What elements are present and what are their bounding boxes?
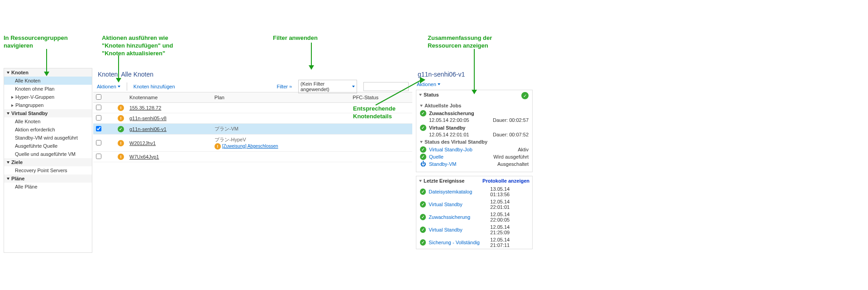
nav-item-vs-alle-knoten[interactable]: Alle Knoten [4, 117, 92, 126]
vs-key: Quelle [429, 154, 444, 160]
caret-down-icon [420, 141, 423, 143]
caret-down-icon [438, 83, 440, 85]
event-row[interactable]: ✓Dateisystemkatalog13.05.14 01:13:56 [416, 185, 532, 198]
status-icon: ! [118, 140, 124, 146]
job-name: Zuwachssicherung [429, 111, 474, 116]
warning-icon: ! [215, 143, 221, 150]
select-all-checkbox[interactable] [96, 94, 101, 100]
nav-tree: Knoten Alle Knoten Knoten ohne Plan Hype… [4, 68, 92, 253]
check-icon: ✓ [420, 239, 426, 246]
row-checkbox[interactable] [96, 154, 101, 159]
check-icon: ✓ [420, 214, 426, 220]
nav-item-knoten-ohne-plan[interactable]: Knoten ohne Plan [4, 85, 92, 93]
nav-group-plaene[interactable]: Pläne [4, 174, 92, 183]
view-logs-link[interactable]: Protokolle anzeigen [482, 178, 529, 184]
check-icon: ✓ [521, 92, 529, 99]
check-icon: ✓ [420, 201, 426, 208]
event-row[interactable]: ✓Sicherung - Vollständig12.05.14 21:07:1… [416, 236, 532, 249]
node-link[interactable]: g11n-senhi06-v1 [129, 126, 167, 132]
svg-marker-3 [116, 78, 121, 82]
actions-button[interactable]: Aktionen [97, 84, 120, 89]
nav-item-quelle-und-vm[interactable]: Quelle und ausgeführte VM [4, 150, 92, 158]
nav-item-plangruppen[interactable]: Plangruppen [4, 101, 92, 109]
caret-right-icon [11, 96, 14, 99]
status-panel: ✓ Status Aktuellste Jobs ✓Zuwachssicheru… [416, 90, 533, 172]
annotation-details: Entsprechende Knotendetails [353, 105, 396, 121]
check-icon: ✓ [420, 188, 426, 195]
nav-group-virtual-standby[interactable]: Virtual Standby [4, 109, 92, 117]
annotation-nav: In Ressourcengruppen navigieren [4, 34, 68, 50]
caret-down-icon [118, 86, 120, 87]
status-icon: ✓ [118, 126, 124, 132]
status-icon: ! [118, 115, 124, 121]
add-node-button[interactable]: Knoten hinzufügen [134, 84, 175, 89]
row-checkbox[interactable] [96, 115, 101, 121]
arrow-summary-icon [471, 49, 478, 94]
nav-item-aktion-erforderlich[interactable]: Aktion erforderlich [4, 126, 92, 134]
vs-value: Wird ausgeführt [493, 154, 529, 160]
vs-value: Aktiv [518, 147, 529, 152]
caret-right-icon [11, 104, 14, 107]
row-checkbox[interactable] [96, 140, 101, 145]
annotation-filter: Filter anwenden [273, 34, 318, 42]
event-time: 13.05.14 01:13:56 [490, 186, 529, 197]
caret-down-icon [7, 112, 10, 115]
svg-marker-9 [420, 77, 425, 83]
separator [127, 82, 127, 91]
status-icon: ! [118, 105, 124, 111]
node-link[interactable]: 155.35.128.72 [129, 105, 161, 111]
arrow-actions-icon [115, 55, 122, 82]
filter-dropdown[interactable]: (Kein Filter angewendet) [298, 80, 357, 93]
nav-item-alle-plaene[interactable]: Alle Pläne [4, 183, 92, 191]
events-header[interactable]: Letzte Ereignisse [419, 178, 464, 184]
nav-item-standby-vm-ausgefuehrt[interactable]: Standby-VM wird ausgeführt [4, 134, 92, 142]
details-panel: g11n-senhi06-v1 Aktionen ✓ Status Aktuel… [413, 68, 535, 253]
latest-jobs-header[interactable]: Aktuellste Jobs [420, 103, 529, 108]
filter-button[interactable]: Filter ≈ [277, 84, 292, 89]
event-name: Virtual Standby [429, 202, 487, 207]
event-row[interactable]: ✓Virtual Standby12.05.14 21:25:09 [416, 223, 532, 236]
table-row[interactable]: ✓ g11n-senhi06-v1 プラン-VM [93, 124, 412, 135]
job-duration: Dauer: 00:07:52 [493, 132, 529, 137]
event-row[interactable]: ✓Zuwachssicherung12.05.14 22:00:05 [416, 211, 532, 223]
events-panel: Letzte Ereignisse Protokolle anzeigen ✓D… [416, 176, 533, 249]
col-name[interactable]: Knotenname [127, 92, 212, 103]
nav-item-alle-knoten[interactable]: Alle Knoten [4, 77, 92, 85]
nav-item-ausgefuehrte-quelle[interactable]: Ausgeführte Quelle [4, 142, 92, 150]
event-row[interactable]: ✓Virtual Standby12.05.14 22:01:01 [416, 198, 532, 211]
vs-key: Standby-VM [429, 161, 457, 167]
event-name: Sicherung - Vollständig [429, 240, 487, 245]
nav-item-recovery-point-servers[interactable]: Recovery Point Servers [4, 166, 92, 174]
event-time: 12.05.14 22:00:05 [490, 212, 529, 222]
nav-item-hyperv-gruppen[interactable]: Hyper-V-Gruppen [4, 93, 92, 101]
annotation-actions: Aktionen ausführen wie "Knoten hinzufüge… [102, 34, 173, 58]
row-checkbox[interactable] [96, 105, 101, 110]
node-link[interactable]: W7Ux64Jvp1 [129, 154, 159, 160]
table-row[interactable]: ! W7Ux64Jvp1 [93, 152, 412, 162]
table-row[interactable]: ! W2012Jhv1 プラン-HypeV! [Zuweisung] Abges… [93, 135, 412, 152]
check-icon: ✓ [420, 227, 426, 233]
job-duration: Dauer: 00:02:57 [493, 117, 529, 123]
caret-down-icon [419, 180, 422, 182]
row-checkbox[interactable] [96, 126, 101, 131]
svg-marker-5 [309, 65, 314, 70]
node-link[interactable]: W2012Jhv1 [129, 140, 156, 146]
caret-down-icon [7, 72, 10, 74]
vs-status-header[interactable]: Status des Virtual Standby [420, 139, 529, 145]
svg-line-8 [376, 80, 422, 105]
vs-key: Virtual Standby-Job [429, 147, 472, 152]
col-plan[interactable]: Plan [212, 92, 350, 103]
assign-link[interactable]: [Zuweisung] Abgeschlossen [222, 144, 278, 149]
vs-value: Ausgeschaltet [497, 161, 529, 167]
caret-down-icon [7, 161, 10, 164]
event-time: 12.05.14 21:25:09 [490, 224, 529, 235]
check-icon: ✓ [420, 125, 426, 131]
nav-group-ziele[interactable]: Ziele [4, 158, 92, 166]
annotation-summary: Zusammenfassung der Ressourcen anzeigen [428, 34, 492, 50]
job-time: 12.05.14 22:00:05 [429, 117, 469, 123]
node-link[interactable]: g11n-senhi05-v8 [129, 116, 167, 121]
arrow-filter-icon [308, 43, 315, 70]
event-time: 12.05.14 22:01:01 [490, 199, 529, 210]
check-icon: ✓ [420, 110, 426, 116]
event-name: Dateisystemkatalog [429, 189, 487, 194]
